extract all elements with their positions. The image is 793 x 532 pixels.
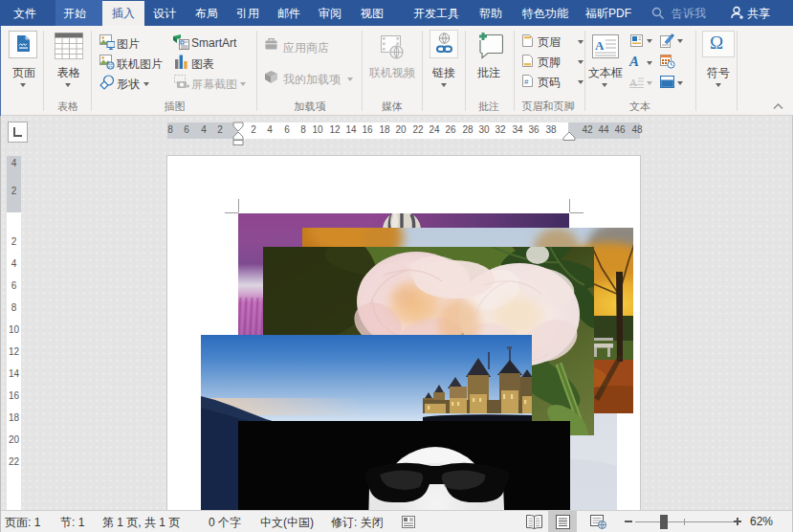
- svg-text:#: #: [524, 78, 529, 86]
- svg-text:A: A: [629, 77, 637, 88]
- svg-text:A: A: [595, 38, 605, 53]
